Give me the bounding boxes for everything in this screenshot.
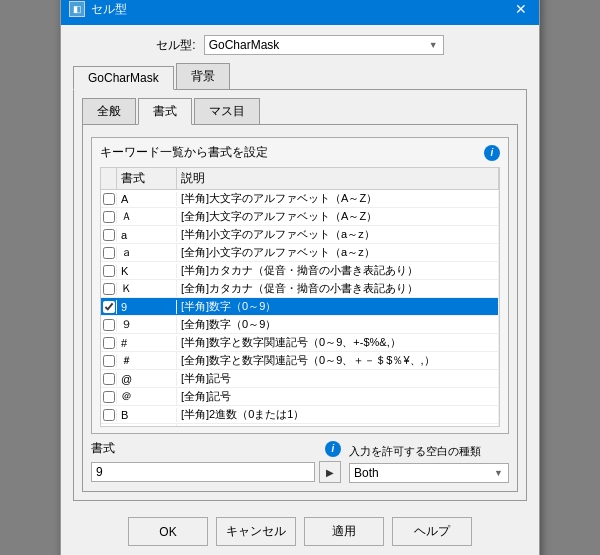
row-checkbox-cell[interactable]: [101, 246, 117, 260]
row-checkbox-cell[interactable]: [101, 228, 117, 242]
row-shiki: ＠: [117, 388, 177, 405]
shiki-label: 書式: [91, 440, 115, 457]
row-shiki: A: [117, 192, 177, 206]
table-row[interactable]: Ａ[全角]大文字のアルファベット（A～Z）: [101, 208, 499, 226]
table-row[interactable]: K[半角]カタカナ（促音・拗音の小書き表記あり）: [101, 262, 499, 280]
row-shiki: @: [117, 372, 177, 386]
row-desc: [全角]カタカナ（促音・拗音の小書き表記あり）: [177, 280, 499, 297]
apply-button[interactable]: 適用: [304, 517, 384, 546]
row-checkbox-cell[interactable]: [101, 336, 117, 350]
row-shiki: 9: [117, 300, 177, 314]
table-row[interactable]: #[半角]数字と数字関連記号（0～9、+-$%&,）: [101, 334, 499, 352]
dialog-icon: ◧: [69, 1, 85, 17]
space-type-label: 入力を許可する空白の種類: [349, 444, 509, 459]
space-type-section: 入力を許可する空白の種類 Both: [349, 444, 509, 483]
main-dialog: ◧ セル型 ✕ セル型: GoCharMask GoCharMask 背景: [60, 0, 540, 555]
row-desc: [半角]数字（0～9）: [177, 298, 499, 315]
space-type-select[interactable]: Both: [349, 463, 509, 483]
shiki-label-row: 書式 i: [91, 440, 341, 457]
row-shiki: Ｂ: [117, 424, 177, 427]
tab-masu[interactable]: マス目: [194, 98, 260, 124]
row-checkbox-cell[interactable]: [101, 282, 117, 296]
shiki-input[interactable]: [91, 462, 315, 482]
row-checkbox-cell[interactable]: [101, 372, 117, 386]
row-checkbox-cell[interactable]: [101, 318, 117, 332]
row-checkbox[interactable]: [103, 337, 115, 349]
row-checkbox[interactable]: [103, 355, 115, 367]
row-desc: [全角]数字（0～9）: [177, 316, 499, 333]
arrow-button[interactable]: ▶: [319, 461, 341, 483]
table-row[interactable]: ａ[全角]小文字のアルファベット（a～z）: [101, 244, 499, 262]
help-button[interactable]: ヘルプ: [392, 517, 472, 546]
table-rows: A[半角]大文字のアルファベット（A～Z）Ａ[全角]大文字のアルファベット（A～…: [101, 190, 499, 427]
table-row[interactable]: ＃[全角]数字と数字関連記号（0～9、＋－＄$％¥、,）: [101, 352, 499, 370]
keyword-title-text: キーワード一覧から書式を設定: [100, 144, 268, 161]
col-desc: 説明: [177, 168, 499, 189]
space-select-wrapper: Both: [349, 463, 509, 483]
row-checkbox-cell[interactable]: [101, 264, 117, 278]
tab-gocharmask[interactable]: GoCharMask: [73, 66, 174, 90]
row-checkbox[interactable]: [103, 391, 115, 403]
dialog-title: セル型: [91, 1, 127, 18]
row-shiki: a: [117, 228, 177, 242]
row-checkbox-cell[interactable]: [101, 408, 117, 422]
row-checkbox-cell[interactable]: [101, 192, 117, 206]
keyword-section: キーワード一覧から書式を設定 i 書式 説明 A[半角]大文字のアルファベット（…: [91, 137, 509, 434]
keyword-table[interactable]: 書式 説明 A[半角]大文字のアルファベット（A～Z）Ａ[全角]大文字のアルファ…: [100, 167, 500, 427]
row-checkbox[interactable]: [103, 409, 115, 421]
row-desc: [半角]記号: [177, 370, 499, 387]
table-row[interactable]: ＠[全角]記号: [101, 388, 499, 406]
row-checkbox-cell[interactable]: [101, 390, 117, 404]
row-checkbox-cell[interactable]: [101, 300, 117, 314]
outer-tabs-section: GoCharMask 背景 全般 書式 マス目 キーワード一覧から書式を設定 i: [73, 63, 527, 501]
row-checkbox[interactable]: [103, 211, 115, 223]
close-button[interactable]: ✕: [511, 0, 531, 19]
row-desc: [半角]数字と数字関連記号（0～9、+-$%&,）: [177, 334, 499, 351]
outer-tab-row: GoCharMask 背景: [73, 63, 527, 90]
table-row[interactable]: 9[半角]数字（0～9）: [101, 298, 499, 316]
shiki-info-icon: i: [325, 441, 341, 457]
table-row[interactable]: Ｂ[全角]2進数（0または1）: [101, 424, 499, 427]
table-row[interactable]: a[半角]小文字のアルファベット（a～z）: [101, 226, 499, 244]
row-checkbox-cell[interactable]: [101, 354, 117, 368]
shiki-section: 書式 i ▶: [91, 440, 341, 483]
row-checkbox-cell[interactable]: [101, 210, 117, 224]
row-checkbox[interactable]: [103, 265, 115, 277]
row-checkbox[interactable]: [103, 427, 115, 428]
cell-type-label: セル型:: [156, 37, 195, 54]
cell-type-select[interactable]: GoCharMask: [204, 35, 444, 55]
row-desc: [半角]カタカナ（促音・拗音の小書き表記あり）: [177, 262, 499, 279]
row-shiki: ＃: [117, 352, 177, 369]
row-shiki: K: [117, 264, 177, 278]
cancel-button[interactable]: キャンセル: [216, 517, 296, 546]
row-checkbox[interactable]: [103, 193, 115, 205]
tab-background[interactable]: 背景: [176, 63, 230, 89]
tab-general[interactable]: 全般: [82, 98, 136, 124]
ok-button[interactable]: OK: [128, 517, 208, 546]
table-row[interactable]: Ｋ[全角]カタカナ（促音・拗音の小書き表記あり）: [101, 280, 499, 298]
table-row[interactable]: B[半角]2進数（0または1）: [101, 406, 499, 424]
row-desc: [全角]2進数（0または1）: [177, 424, 499, 427]
row-desc: [半角]大文字のアルファベット（A～Z）: [177, 190, 499, 207]
row-shiki: ９: [117, 316, 177, 333]
dialog-body: セル型: GoCharMask GoCharMask 背景 全般 書式 マス目: [61, 25, 539, 555]
table-header: 書式 説明: [101, 168, 499, 190]
row-shiki: B: [117, 408, 177, 422]
row-desc: [半角]小文字のアルファベット（a～z）: [177, 226, 499, 243]
row-checkbox[interactable]: [103, 373, 115, 385]
row-shiki: Ａ: [117, 208, 177, 225]
row-desc: [全角]大文字のアルファベット（A～Z）: [177, 208, 499, 225]
row-desc: [全角]記号: [177, 388, 499, 405]
tab-shiki[interactable]: 書式: [138, 98, 192, 125]
row-shiki: ａ: [117, 244, 177, 261]
row-checkbox[interactable]: [103, 283, 115, 295]
row-checkbox-cell[interactable]: [101, 426, 117, 428]
row-checkbox[interactable]: [103, 319, 115, 331]
keyword-section-title: キーワード一覧から書式を設定 i: [100, 144, 500, 161]
table-row[interactable]: A[半角]大文字のアルファベット（A～Z）: [101, 190, 499, 208]
row-checkbox[interactable]: [103, 301, 115, 313]
table-row[interactable]: ９[全角]数字（0～9）: [101, 316, 499, 334]
row-checkbox[interactable]: [103, 229, 115, 241]
table-row[interactable]: @[半角]記号: [101, 370, 499, 388]
row-checkbox[interactable]: [103, 247, 115, 259]
